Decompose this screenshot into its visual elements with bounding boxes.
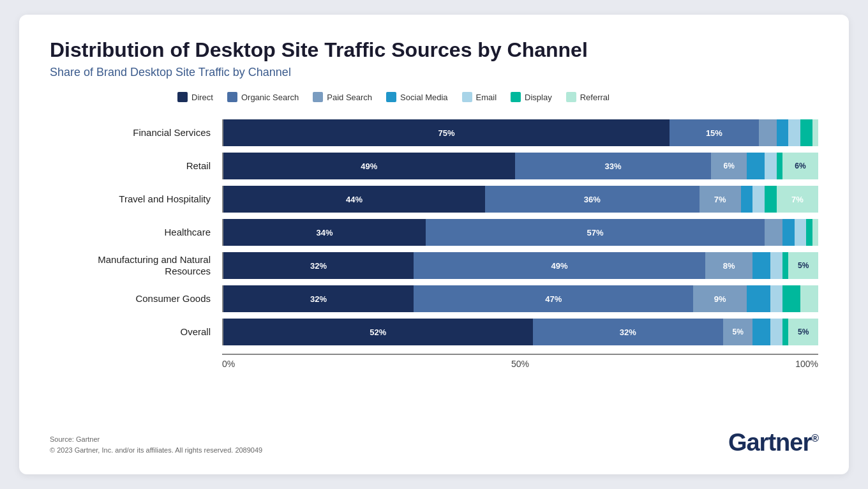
bar-segment <box>800 119 812 146</box>
x-axis: 0% 50% 100% <box>222 354 818 369</box>
legend-item-direct: Direct <box>177 92 213 102</box>
legend-label: Display <box>525 93 552 102</box>
legend-item-email: Email <box>462 92 497 102</box>
legend-item-paid-search: Paid Search <box>313 92 372 102</box>
chart-row: Manufacturing and Natural Resources32%49… <box>50 250 818 281</box>
legend-label: Organic Search <box>241 93 299 102</box>
bar-segment <box>747 285 770 312</box>
bar-segment: 5% <box>788 319 818 345</box>
legend-label: Direct <box>191 93 213 102</box>
chart-subtitle: Share of Brand Desktop Site Traffic by C… <box>50 66 818 79</box>
bar-segment: 49% <box>223 153 515 179</box>
bar-segment <box>759 119 777 146</box>
bar-segment: 5% <box>788 252 818 279</box>
bar-segment <box>770 252 782 279</box>
row-label: Travel and Hospitality <box>50 193 222 205</box>
bar-segment: 8% <box>705 252 753 279</box>
bar-segment: 44% <box>223 186 485 213</box>
bar-segment: 32% <box>223 285 414 312</box>
legend-swatch <box>462 92 472 102</box>
legend-item-social-media: Social Media <box>386 92 447 102</box>
legend-label: Paid Search <box>327 93 372 102</box>
legend: DirectOrganic SearchPaid SearchSocial Me… <box>50 92 818 102</box>
row-label: Retail <box>50 160 222 172</box>
bar-segment <box>741 186 753 213</box>
bar-segment: 32% <box>223 252 414 279</box>
legend-swatch <box>177 92 188 102</box>
x-label-50: 50% <box>421 359 619 369</box>
bar-segment <box>765 219 782 246</box>
legend-swatch <box>386 92 396 102</box>
bar-segment: 6% <box>711 153 747 179</box>
gartner-logo: Gartner® <box>728 429 818 456</box>
bar-segment <box>765 186 777 213</box>
chart-rows: Financial Services75%15%Retail49%33%6%6%… <box>50 117 818 350</box>
legend-item-display: Display <box>511 92 552 102</box>
row-label: Consumer Goods <box>50 293 222 305</box>
bar-segment <box>777 119 789 146</box>
bar-segment <box>752 186 765 213</box>
bar-segment <box>782 252 788 279</box>
row-label: Financial Services <box>50 127 222 139</box>
chart-row: Consumer Goods32%47%9% <box>50 283 818 314</box>
bar-segment <box>812 119 818 146</box>
legend-item-referral: Referral <box>566 92 610 102</box>
bar-segment: 57% <box>426 219 765 246</box>
bar-segment <box>752 252 770 279</box>
legend-item-organic-search: Organic Search <box>227 92 299 102</box>
legend-swatch <box>227 92 237 102</box>
bar-container: 44%36%7%7% <box>222 186 818 213</box>
bar-container: 75%15% <box>222 119 818 146</box>
bar-segment <box>770 285 782 312</box>
bar-container: 49%33%6%6% <box>222 153 818 179</box>
bar-segment: 52% <box>223 319 533 345</box>
bar-segment: 5% <box>723 319 753 345</box>
bar-segment: 47% <box>414 285 693 312</box>
footer-left: Source: Gartner © 2023 Gartner, Inc. and… <box>50 434 262 456</box>
bar-segment <box>782 219 795 246</box>
bar-segment: 9% <box>693 285 747 312</box>
chart-row: Retail49%33%6%6% <box>50 151 818 181</box>
bar-segment <box>770 319 782 345</box>
chart-area: Financial Services75%15%Retail49%33%6%6%… <box>50 117 818 418</box>
bar-segment <box>800 285 818 312</box>
chart-title: Distribution of Desktop Site Traffic Sou… <box>50 38 818 62</box>
bar-segment <box>806 219 812 246</box>
source-text: Source: Gartner <box>50 434 262 446</box>
bar-container: 52%32%5%5% <box>222 319 818 345</box>
bar-segment: 34% <box>223 219 426 246</box>
chart-row: Overall52%32%5%5% <box>50 317 818 347</box>
bar-segment: 75% <box>223 119 670 146</box>
legend-label: Social Media <box>400 93 447 102</box>
bar-segment <box>788 119 800 146</box>
x-label-100: 100% <box>620 359 818 369</box>
chart-row: Financial Services75%15% <box>50 117 818 148</box>
bar-segment <box>752 319 770 345</box>
bar-segment <box>747 153 765 179</box>
bar-segment <box>782 319 788 345</box>
bar-segment: 36% <box>485 186 700 213</box>
legend-swatch <box>511 92 521 102</box>
bar-segment: 49% <box>414 252 705 279</box>
bar-segment: 6% <box>782 153 818 179</box>
bar-segment: 33% <box>515 153 712 179</box>
footer: Source: Gartner © 2023 Gartner, Inc. and… <box>50 429 818 456</box>
bar-segment <box>782 285 800 312</box>
legend-label: Referral <box>580 93 610 102</box>
bar-segment: 7% <box>700 186 741 213</box>
chart-row: Healthcare34%57% <box>50 217 818 248</box>
chart-card: Distribution of Desktop Site Traffic Sou… <box>19 15 849 474</box>
bar-segment: 32% <box>533 319 723 345</box>
legend-label: Email <box>476 93 497 102</box>
legend-swatch <box>566 92 576 102</box>
bar-container: 32%49%8%5% <box>222 252 818 279</box>
bar-container: 32%47%9% <box>222 285 818 312</box>
chart-row: Travel and Hospitality44%36%7%7% <box>50 184 818 214</box>
bar-segment <box>795 219 807 246</box>
row-label: Manufacturing and Natural Resources <box>50 254 222 277</box>
row-label: Overall <box>50 326 222 338</box>
bar-segment <box>812 219 818 246</box>
bar-segment <box>777 153 782 179</box>
bar-container: 34%57% <box>222 219 818 246</box>
x-label-0: 0% <box>222 359 421 369</box>
